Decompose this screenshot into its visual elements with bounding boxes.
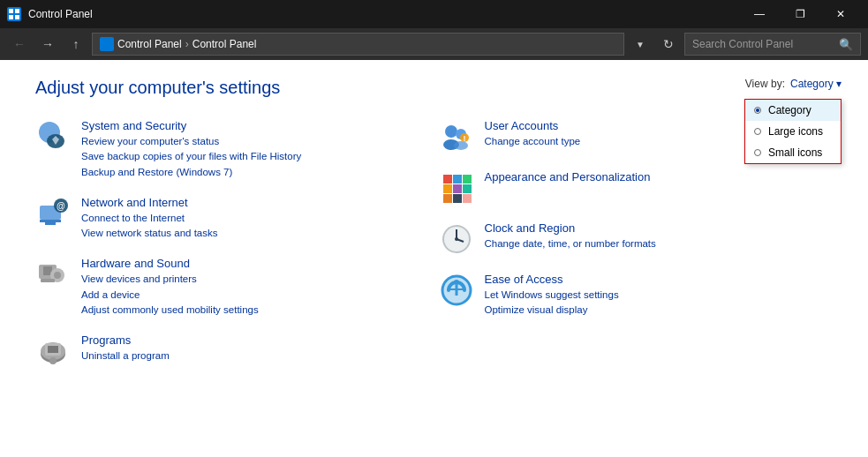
back-button[interactable]: ←: [7, 32, 32, 56]
hardware-sound-info: Hardware and Sound View devices and prin…: [81, 257, 259, 318]
radio-category: [754, 107, 761, 114]
svg-point-20: [49, 357, 57, 364]
ease-access-link-1[interactable]: Let Windows suggest settings: [485, 288, 619, 303]
categories-grid: System and Security Review your computer…: [35, 119, 842, 439]
search-input[interactable]: [692, 38, 835, 50]
network-internet-title[interactable]: Network and Internet: [81, 196, 217, 209]
title-bar-left: Control Panel: [7, 7, 93, 21]
search-bar: 🔍: [684, 33, 861, 56]
view-by-dropdown-menu: Category Large icons Small icons: [744, 99, 842, 164]
svg-text:!: !: [463, 134, 465, 143]
left-column: System and Security Review your computer…: [35, 119, 439, 439]
svg-rect-32: [463, 184, 472, 193]
hardware-sound-title[interactable]: Hardware and Sound: [81, 257, 259, 270]
maximize-button[interactable]: ❐: [780, 0, 820, 28]
title-bar-controls: — ❐ ✕: [739, 0, 861, 28]
dropdown-item-large-icons[interactable]: Large icons: [745, 121, 841, 142]
programs-info: Programs Uninstall a program: [81, 333, 170, 363]
svg-rect-34: [453, 194, 462, 203]
svg-point-14: [54, 272, 61, 279]
system-security-link-3[interactable]: Backup and Restore (Windows 7): [81, 165, 301, 180]
radio-small-icons: [754, 149, 761, 156]
clock-region-link-1[interactable]: Change date, time, or number formats: [485, 236, 656, 251]
system-security-icon: [35, 119, 71, 154]
system-security-info: System and Security Review your computer…: [81, 119, 301, 180]
view-by-button[interactable]: Category ▾: [790, 78, 842, 90]
svg-rect-31: [453, 184, 462, 193]
address-dropdown-button[interactable]: ▼: [628, 32, 653, 56]
system-security-link-1[interactable]: Review your computer's status: [81, 134, 301, 149]
ease-access-link-2[interactable]: Optimize visual display: [485, 303, 619, 318]
ease-access-title[interactable]: Ease of Access: [485, 273, 619, 286]
up-button[interactable]: ↑: [64, 32, 88, 56]
search-button[interactable]: 🔍: [839, 38, 853, 51]
user-accounts-link-1[interactable]: Change account type: [485, 134, 581, 149]
address-bar-icon: [100, 37, 114, 51]
svg-rect-3: [15, 15, 19, 19]
svg-rect-29: [463, 175, 472, 184]
app-icon: [7, 7, 21, 21]
svg-rect-15: [41, 279, 55, 282]
dropdown-label-small-icons: Small icons: [768, 146, 822, 159]
category-appearance: Appearance and Personalization: [439, 170, 842, 206]
system-security-link-2[interactable]: Save backup copies of your files with Fi…: [81, 149, 301, 164]
nav-bar: ← → ↑ Control Panel › Control Panel ▼ ↻ …: [0, 28, 868, 60]
appearance-title[interactable]: Appearance and Personalization: [485, 170, 651, 184]
hardware-sound-link-1[interactable]: View devices and printers: [81, 272, 259, 287]
network-internet-link-1[interactable]: Connect to the Internet: [81, 211, 217, 226]
programs-icon: [35, 333, 71, 369]
category-hardware-sound: Hardware and Sound View devices and prin…: [35, 257, 439, 318]
svg-point-24: [454, 141, 468, 150]
programs-title[interactable]: Programs: [81, 333, 170, 347]
user-accounts-icon: !: [439, 119, 474, 154]
title-bar-title: Control Panel: [28, 8, 93, 20]
clock-region-icon: [439, 221, 474, 257]
view-by-container: View by: Category ▾: [745, 78, 842, 90]
forward-button[interactable]: →: [35, 32, 60, 56]
category-programs: Programs Uninstall a program: [35, 333, 439, 369]
breadcrumb-separator: ›: [185, 38, 189, 50]
appearance-info: Appearance and Personalization: [485, 170, 651, 185]
svg-rect-33: [443, 194, 452, 203]
dropdown-item-category[interactable]: Category: [745, 100, 841, 121]
dropdown-item-small-icons[interactable]: Small icons: [745, 142, 841, 163]
appearance-icon: [439, 170, 474, 206]
svg-rect-27: [443, 175, 452, 184]
svg-rect-1: [15, 9, 19, 13]
close-button[interactable]: ✕: [820, 0, 861, 28]
hardware-sound-icon: [35, 257, 71, 292]
category-system-security: System and Security Review your computer…: [35, 119, 439, 180]
svg-rect-30: [443, 184, 452, 193]
category-network-internet: @ Network and Internet Connect to the In…: [35, 196, 439, 242]
network-internet-info: Network and Internet Connect to the Inte…: [81, 196, 217, 242]
main-content: Adjust your computer's settings View by:…: [0, 60, 868, 457]
refresh-button[interactable]: ↻: [656, 32, 681, 56]
dropdown-label-large-icons: Large icons: [768, 125, 823, 138]
system-security-title[interactable]: System and Security: [81, 119, 301, 132]
minimize-button[interactable]: —: [739, 0, 780, 28]
svg-rect-2: [9, 15, 13, 19]
address-bar: Control Panel › Control Panel: [92, 33, 624, 56]
clock-region-title[interactable]: Clock and Region: [485, 221, 656, 235]
svg-point-40: [455, 237, 458, 241]
ease-access-info: Ease of Access Let Windows suggest setti…: [485, 273, 619, 318]
svg-rect-28: [453, 175, 462, 184]
svg-rect-0: [9, 9, 13, 13]
category-clock-region: Clock and Region Change date, time, or n…: [439, 221, 842, 257]
dropdown-label-category: Category: [768, 104, 811, 116]
network-internet-icon: @: [35, 196, 71, 231]
hardware-sound-link-3[interactable]: Adjust commonly used mobility settings: [81, 303, 259, 318]
svg-text:@: @: [57, 201, 65, 211]
svg-rect-8: [45, 222, 56, 225]
svg-point-43: [454, 280, 459, 285]
programs-link-1[interactable]: Uninstall a program: [81, 348, 170, 363]
user-accounts-title[interactable]: User Accounts: [485, 119, 581, 132]
user-accounts-info: User Accounts Change account type: [485, 119, 581, 149]
svg-point-21: [445, 125, 457, 138]
category-ease-access: Ease of Access Let Windows suggest setti…: [439, 273, 842, 318]
radio-large-icons: [754, 128, 761, 135]
clock-region-info: Clock and Region Change date, time, or n…: [485, 221, 656, 251]
hardware-sound-link-2[interactable]: Add a device: [81, 288, 259, 303]
ease-access-icon: [439, 273, 474, 308]
network-internet-link-2[interactable]: View network status and tasks: [81, 226, 217, 241]
